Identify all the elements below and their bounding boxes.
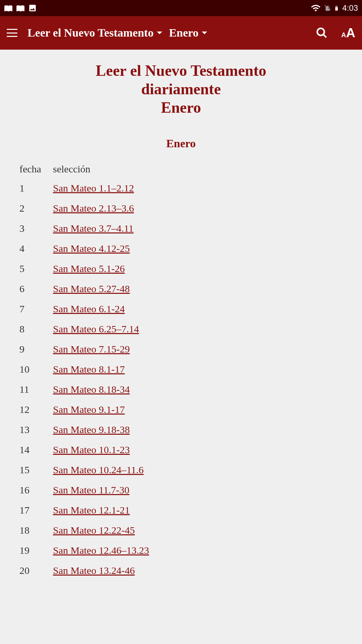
reading-cell: San Mateo 8.18-34 (50, 379, 345, 399)
reading-link[interactable]: San Mateo 13.24-46 (53, 565, 135, 576)
date-cell: 18 (17, 520, 50, 540)
date-cell: 5 (17, 259, 50, 279)
table-row: 11San Mateo 8.18-34 (17, 379, 345, 399)
reading-link[interactable]: San Mateo 9.18-38 (53, 424, 130, 435)
reading-cell: San Mateo 12.46–13.23 (50, 540, 345, 560)
reading-link[interactable]: San Mateo 12.46–13.23 (53, 545, 149, 556)
app-bar-actions: AA (316, 26, 355, 40)
reading-cell: San Mateo 5.27-48 (50, 279, 345, 299)
table-row: 10San Mateo 8.1-17 (17, 359, 345, 379)
book-dropdown[interactable]: Leer el Nuevo Testamento (27, 26, 162, 39)
date-cell: 13 (17, 420, 50, 440)
reading-cell: San Mateo 10.1-23 (50, 440, 345, 460)
status-time: 4:03 (342, 3, 358, 13)
date-cell: 15 (17, 460, 50, 480)
reading-cell: San Mateo 10.24–11.6 (50, 460, 345, 480)
reading-cell: San Mateo 9.1-17 (50, 399, 345, 420)
table-row: 12San Mateo 9.1-17 (17, 399, 345, 420)
page-title: Leer el Nuevo Testamento diariamente Ene… (17, 61, 345, 117)
table-row: 13San Mateo 9.18-38 (17, 420, 345, 440)
reading-link[interactable]: San Mateo 9.1-17 (53, 404, 125, 415)
reading-cell: San Mateo 5.1-26 (50, 259, 345, 279)
table-row: 17San Mateo 12.1-21 (17, 500, 345, 520)
header-selection: selección (50, 160, 345, 178)
status-right-icons: 4:03 (311, 3, 358, 13)
reading-link[interactable]: San Mateo 6.25–7.14 (53, 323, 139, 334)
reading-link[interactable]: San Mateo 4.12-25 (53, 243, 130, 254)
table-row: 1San Mateo 1.1–2.12 (17, 178, 345, 198)
font-size-icon[interactable]: AA (341, 26, 355, 40)
reading-link[interactable]: San Mateo 8.1-17 (53, 364, 125, 375)
wifi-icon (311, 3, 321, 13)
reading-cell: San Mateo 8.1-17 (50, 359, 345, 379)
battery-icon (334, 3, 340, 13)
reading-link[interactable]: San Mateo 3.7–4.11 (53, 223, 134, 234)
date-cell: 20 (17, 560, 50, 581)
month-dropdown[interactable]: Enero (169, 26, 207, 39)
reading-cell: San Mateo 9.18-38 (50, 420, 345, 440)
reading-cell: San Mateo 13.24-46 (50, 560, 345, 581)
header-date: fecha (17, 160, 50, 178)
reading-cell: San Mateo 12.22-45 (50, 520, 345, 540)
book-icon (16, 4, 25, 12)
table-row: 18San Mateo 12.22-45 (17, 520, 345, 540)
reading-cell: San Mateo 6.1-24 (50, 299, 345, 319)
content: Leer el Nuevo Testamento diariamente Ene… (0, 50, 362, 592)
image-icon (28, 4, 37, 12)
reading-link[interactable]: San Mateo 11.7-30 (53, 484, 129, 495)
date-cell: 10 (17, 359, 50, 379)
date-cell: 6 (17, 279, 50, 299)
table-row: 5San Mateo 5.1-26 (17, 259, 345, 279)
reading-link[interactable]: San Mateo 1.1–2.12 (53, 182, 134, 194)
date-cell: 17 (17, 500, 50, 520)
date-cell: 11 (17, 379, 50, 399)
reading-link[interactable]: San Mateo 2.13–3.6 (53, 203, 134, 214)
reading-link[interactable]: San Mateo 5.27-48 (53, 283, 130, 294)
status-bar: 4:03 (0, 0, 362, 16)
app-bar: Leer el Nuevo Testamento Enero AA (0, 16, 362, 50)
app-bar-dropdowns: Leer el Nuevo Testamento Enero (27, 26, 306, 39)
no-sim-icon (323, 3, 331, 13)
search-icon[interactable] (316, 27, 328, 39)
table-row: 19San Mateo 12.46–13.23 (17, 540, 345, 560)
table-row: 3San Mateo 3.7–4.11 (17, 218, 345, 238)
book-open-icon (4, 4, 13, 12)
date-cell: 8 (17, 319, 50, 339)
table-row: 2San Mateo 2.13–3.6 (17, 198, 345, 218)
date-cell: 2 (17, 198, 50, 218)
reading-cell: San Mateo 1.1–2.12 (50, 178, 345, 198)
reading-link[interactable]: San Mateo 6.1-24 (53, 303, 125, 314)
reading-link[interactable]: San Mateo 5.1-26 (53, 263, 125, 274)
table-row: 8San Mateo 6.25–7.14 (17, 319, 345, 339)
reading-link[interactable]: San Mateo 8.18-34 (53, 384, 130, 395)
date-cell: 12 (17, 399, 50, 420)
date-cell: 9 (17, 339, 50, 359)
reading-cell: San Mateo 12.1-21 (50, 500, 345, 520)
reading-link[interactable]: San Mateo 10.1-23 (53, 444, 130, 455)
reading-link[interactable]: San Mateo 7.15-29 (53, 343, 130, 355)
table-row: 14San Mateo 10.1-23 (17, 440, 345, 460)
month-dropdown-label: Enero (169, 26, 198, 39)
date-cell: 14 (17, 440, 50, 460)
table-row: 4San Mateo 4.12-25 (17, 238, 345, 259)
reading-cell: San Mateo 4.12-25 (50, 238, 345, 259)
svg-line-1 (323, 35, 326, 38)
menu-icon[interactable] (7, 29, 17, 37)
status-left-icons (4, 4, 37, 12)
chevron-down-icon (202, 32, 207, 34)
date-cell: 16 (17, 480, 50, 500)
chevron-down-icon (157, 32, 162, 34)
date-cell: 19 (17, 540, 50, 560)
svg-point-0 (317, 29, 324, 36)
date-cell: 7 (17, 299, 50, 319)
reading-link[interactable]: San Mateo 12.22-45 (53, 525, 135, 536)
book-dropdown-label: Leer el Nuevo Testamento (27, 26, 154, 39)
date-cell: 3 (17, 218, 50, 238)
reading-link[interactable]: San Mateo 12.1-21 (53, 504, 130, 516)
reading-link[interactable]: San Mateo 10.24–11.6 (53, 464, 144, 475)
table-row: 9San Mateo 7.15-29 (17, 339, 345, 359)
reading-table: fecha selección 1San Mateo 1.1–2.122San … (17, 160, 345, 581)
table-row: 7San Mateo 6.1-24 (17, 299, 345, 319)
section-title: Enero (17, 137, 345, 150)
date-cell: 1 (17, 178, 50, 198)
